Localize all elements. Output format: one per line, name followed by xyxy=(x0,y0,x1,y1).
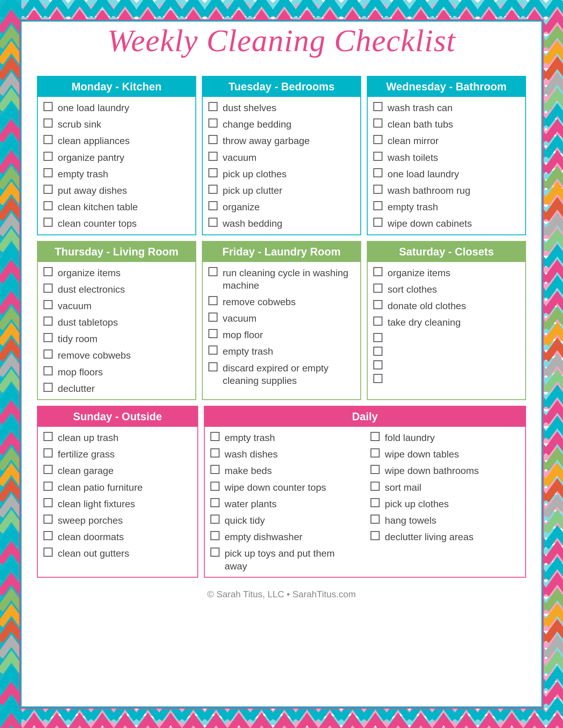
checkbox[interactable] xyxy=(371,482,380,491)
list-item[interactable]: organize items xyxy=(373,267,520,279)
checkbox[interactable] xyxy=(373,185,383,194)
checkbox[interactable] xyxy=(43,317,53,326)
checkbox[interactable] xyxy=(43,185,53,194)
checkbox[interactable] xyxy=(43,465,53,474)
list-item[interactable]: dust electronics xyxy=(43,283,190,296)
list-item[interactable]: organize items xyxy=(43,267,190,279)
list-item[interactable]: hang towels xyxy=(371,514,520,527)
checkbox[interactable] xyxy=(210,432,219,441)
checkbox[interactable] xyxy=(208,346,217,355)
checkbox[interactable] xyxy=(43,267,53,276)
list-item[interactable]: dust tabletops xyxy=(43,316,190,328)
list-item[interactable]: wash dishes xyxy=(210,448,360,460)
checkbox[interactable] xyxy=(208,185,217,194)
checkbox[interactable] xyxy=(373,267,383,276)
checkbox[interactable] xyxy=(43,383,53,392)
checkbox[interactable] xyxy=(43,482,53,491)
list-item[interactable]: water plants xyxy=(210,498,360,510)
list-item[interactable]: sort mail xyxy=(371,481,520,494)
checkbox[interactable] xyxy=(210,531,219,540)
checkbox[interactable] xyxy=(371,465,380,474)
checkbox[interactable] xyxy=(373,347,383,356)
list-item[interactable]: discard expired or empty cleaning suppli… xyxy=(208,362,355,387)
list-item[interactable]: wash bathroom rug xyxy=(373,184,520,197)
list-item[interactable] xyxy=(373,332,520,342)
checkbox[interactable] xyxy=(373,300,383,309)
checkbox[interactable] xyxy=(210,465,219,474)
list-item[interactable]: one load laundry xyxy=(43,101,190,114)
list-item[interactable]: mop floors xyxy=(43,366,190,378)
list-item[interactable]: dust shelves xyxy=(208,101,355,114)
checkbox[interactable] xyxy=(208,135,217,144)
checkbox[interactable] xyxy=(208,152,217,161)
list-item[interactable]: wash toilets xyxy=(373,151,520,164)
checkbox[interactable] xyxy=(373,152,383,161)
list-item[interactable]: clean light fixtures xyxy=(43,498,192,510)
checkbox[interactable] xyxy=(371,515,380,524)
checkbox[interactable] xyxy=(373,374,383,383)
checkbox[interactable] xyxy=(210,448,219,457)
list-item[interactable]: fold laundry xyxy=(371,431,520,444)
checkbox[interactable] xyxy=(373,333,383,342)
list-item[interactable]: wipe down bathrooms xyxy=(371,464,520,477)
list-item[interactable]: pick up clothes xyxy=(371,498,520,510)
list-item[interactable]: organize pantry xyxy=(43,151,190,164)
checkbox[interactable] xyxy=(43,432,53,441)
list-item[interactable]: remove cobwebs xyxy=(208,296,355,308)
list-item[interactable]: clean up trash xyxy=(43,431,192,444)
checkbox[interactable] xyxy=(208,118,217,128)
list-item[interactable]: vacuum xyxy=(43,299,190,312)
list-item[interactable]: pick up toys and put them away xyxy=(210,547,360,572)
checkbox[interactable] xyxy=(43,515,53,524)
list-item[interactable]: organize xyxy=(208,201,355,213)
list-item[interactable]: clean counter tops xyxy=(43,217,190,230)
checkbox[interactable] xyxy=(373,284,383,293)
list-item[interactable]: fertilize grass xyxy=(43,448,192,460)
list-item[interactable]: empty dishwasher xyxy=(210,531,360,543)
checkbox[interactable] xyxy=(373,218,383,227)
list-item[interactable]: clean kitchen table xyxy=(43,201,190,213)
checkbox[interactable] xyxy=(43,300,53,309)
checkbox[interactable] xyxy=(43,102,53,111)
checkbox[interactable] xyxy=(208,313,217,322)
list-item[interactable]: pick up clutter xyxy=(208,184,355,197)
checkbox[interactable] xyxy=(210,515,219,524)
list-item[interactable]: remove cobwebs xyxy=(43,349,190,361)
checkbox[interactable] xyxy=(208,201,217,210)
list-item[interactable]: wash trash can xyxy=(373,101,520,114)
list-item[interactable]: sweep porches xyxy=(43,514,192,527)
list-item[interactable]: scrub sink xyxy=(43,118,190,130)
checkbox[interactable] xyxy=(373,168,383,177)
list-item[interactable]: declutter living areas xyxy=(371,531,520,543)
checkbox[interactable] xyxy=(208,168,217,177)
checkbox[interactable] xyxy=(373,135,383,144)
list-item[interactable]: put away dishes xyxy=(43,184,190,197)
list-item[interactable]: quick tidy xyxy=(210,514,360,527)
checkbox[interactable] xyxy=(210,498,219,507)
list-item[interactable]: wipe down counter tops xyxy=(210,481,360,494)
checkbox[interactable] xyxy=(208,102,217,111)
list-item[interactable]: empty trash xyxy=(208,345,355,357)
checkbox[interactable] xyxy=(373,360,383,369)
checkbox[interactable] xyxy=(43,350,53,359)
checkbox[interactable] xyxy=(43,333,53,342)
list-item[interactable]: change bedding xyxy=(208,118,355,130)
list-item[interactable]: throw away garbage xyxy=(208,134,355,147)
checkbox[interactable] xyxy=(210,482,219,491)
checkbox[interactable] xyxy=(43,218,53,227)
list-item[interactable]: donate old clothes xyxy=(373,299,520,312)
list-item[interactable]: wipe down cabinets xyxy=(373,217,520,230)
checkbox[interactable] xyxy=(43,284,53,293)
list-item[interactable]: clean doormats xyxy=(43,531,192,543)
list-item[interactable]: pick up clothes xyxy=(208,168,355,180)
list-item[interactable]: clean garage xyxy=(43,464,192,477)
checkbox[interactable] xyxy=(371,448,380,457)
list-item[interactable]: mop floor xyxy=(208,328,355,341)
checkbox[interactable] xyxy=(208,362,217,371)
list-item[interactable]: tidy room xyxy=(43,332,190,345)
list-item[interactable] xyxy=(373,346,520,356)
checkbox[interactable] xyxy=(43,201,53,210)
list-item[interactable]: clean bath tubs xyxy=(373,118,520,130)
checkbox[interactable] xyxy=(43,152,53,161)
list-item[interactable]: vacuum xyxy=(208,312,355,325)
